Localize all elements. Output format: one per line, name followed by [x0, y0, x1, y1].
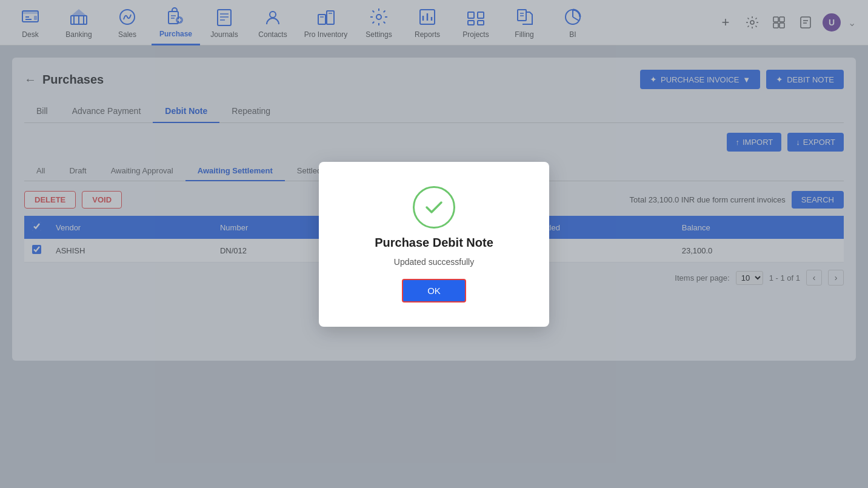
success-icon	[413, 186, 455, 229]
modal-overlay: Purchase Debit Note Updated successfully…	[0, 0, 868, 488]
modal-title: Purchase Debit Note	[375, 236, 493, 250]
modal-subtitle: Updated successfully	[394, 257, 474, 267]
modal-ok-button[interactable]: OK	[402, 279, 466, 302]
modal-box: Purchase Debit Note Updated successfully…	[319, 162, 549, 327]
